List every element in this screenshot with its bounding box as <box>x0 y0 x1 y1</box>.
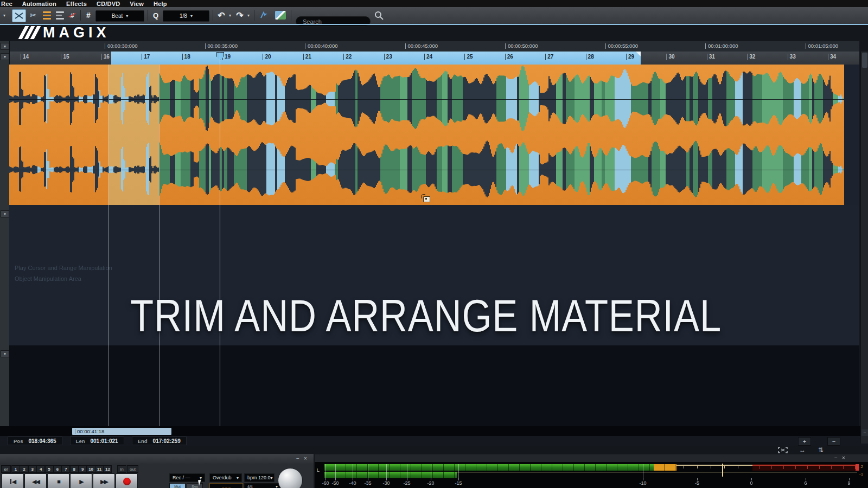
object-list-button[interactable] <box>41 9 52 21</box>
close-icon[interactable]: × <box>842 455 845 461</box>
audio-object-waveform[interactable] <box>9 65 844 205</box>
meter-scale-label: 6 <box>804 480 807 486</box>
bar-number: 23 <box>384 54 392 60</box>
panel-collapse-button[interactable]: ▾ <box>1 350 9 357</box>
snap-mode-value: Beat <box>112 13 123 19</box>
track-arm-button-6[interactable]: 6 <box>53 465 62 473</box>
fit-view-button[interactable] <box>775 446 791 454</box>
redo-button[interactable]: ↷ <box>234 9 245 21</box>
h-zoom-button[interactable]: ↔ <box>795 446 809 454</box>
bar-number: 16 <box>101 54 110 60</box>
close-icon[interactable]: × <box>304 456 307 461</box>
search-input[interactable] <box>296 16 371 27</box>
minimize-icon[interactable]: − <box>834 455 838 461</box>
track-arm-button-10[interactable]: 10 <box>87 465 95 473</box>
vscroll-thumb[interactable] <box>862 53 867 68</box>
punch-in-button[interactable]: in <box>117 465 126 473</box>
play-button[interactable]: ▶ <box>70 473 92 488</box>
vertical-scrollbar[interactable]: − <box>860 52 868 444</box>
track-arm-button-9[interactable]: 9 <box>78 465 87 473</box>
rewind-icon: ◀◀ <box>32 478 39 485</box>
peak-value-right: -1 <box>859 472 863 477</box>
object-editor-button[interactable] <box>273 9 288 21</box>
transport-window: − × er 123456789101112 in out ◀ ◀◀ ■ ▶ ▶… <box>0 454 314 488</box>
playhead-line[interactable] <box>220 52 220 444</box>
plus-icon: + <box>803 438 806 445</box>
track-arm-button-2[interactable]: 2 <box>20 465 28 473</box>
meter-scale-label: -20 <box>427 480 434 486</box>
bar-icon <box>10 479 11 484</box>
undo-button[interactable]: ↶ <box>216 9 227 21</box>
cut-tool-button[interactable]: ✂ <box>27 9 39 21</box>
mute-button[interactable]: Mut <box>169 483 186 488</box>
overdub-combo[interactable]: Overdub ▾ <box>209 473 242 482</box>
track-arm-button-7[interactable]: 7 <box>61 465 70 473</box>
menu-help[interactable]: Help <box>154 1 167 7</box>
marker-button-partial[interactable]: er <box>1 465 11 473</box>
track-arm-button-3[interactable]: 3 <box>28 465 37 473</box>
app-window: Rec Automation Effects CD/DVD View Help … <box>0 0 868 488</box>
bar-ruler-options-button[interactable]: ▾ <box>1 53 9 60</box>
track-arm-button-8[interactable]: 8 <box>70 465 79 473</box>
redo-history-caret-icon[interactable]: ▾ <box>246 9 251 21</box>
pos-value: 018:04:365 <box>28 438 56 444</box>
arrange-lower-area[interactable] <box>9 345 859 426</box>
snap-mode-combo[interactable]: Beat ▾ <box>95 10 144 22</box>
tick-icon <box>605 43 606 49</box>
track-collapse-button[interactable]: ▾ <box>1 210 9 217</box>
goto-start-button[interactable]: ◀ <box>2 473 24 488</box>
bar-number: 28 <box>586 54 594 60</box>
bar-ruler[interactable]: 1415161718192021222324252627282930313233… <box>9 52 859 65</box>
time-signature-combo[interactable]: 4/4▾ <box>244 483 281 488</box>
zoom-out-button[interactable]: − <box>827 437 840 446</box>
toolbar-overflow-caret-icon[interactable]: ▾ <box>1 9 8 21</box>
transport-titlebar[interactable]: − × <box>0 455 314 464</box>
timecode-ruler[interactable]: 00:00:30:00000:00:35:00000:00:40:00000:0… <box>9 41 859 52</box>
rewind-button[interactable]: ◀◀ <box>24 473 47 488</box>
menu-view[interactable]: View <box>130 1 144 7</box>
undo-history-caret-icon[interactable]: ▾ <box>227 9 233 21</box>
menu-automation[interactable]: Automation <box>22 1 56 7</box>
track-arm-button-4[interactable]: 4 <box>36 465 45 473</box>
horizontal-scrollbar[interactable]: 00:00:41:18 <box>0 426 868 436</box>
menu-cddvd[interactable]: CD/DVD <box>97 1 120 7</box>
zoom-in-button[interactable]: + <box>798 437 811 446</box>
object-edge-line[interactable] <box>108 65 109 426</box>
record-button[interactable] <box>116 473 138 488</box>
hint-object-area: Object Manipulation Area <box>15 275 81 282</box>
track-list-button[interactable] <box>54 9 65 21</box>
range-selection[interactable] <box>111 52 641 65</box>
minimize-icon[interactable]: − <box>296 456 299 461</box>
bpm-combo[interactable]: bpm 120.0 ▾ <box>244 473 275 482</box>
quantize-value: 1/8 <box>180 13 187 19</box>
track-arm-button-11[interactable]: 11 <box>95 465 104 473</box>
crossfade-mode-button[interactable] <box>12 9 26 22</box>
track-arm-button-5[interactable]: 5 <box>45 465 54 473</box>
tempo-knob[interactable] <box>278 468 303 488</box>
v-zoom-button[interactable]: ⇅ <box>814 446 828 454</box>
vzoom-out-button[interactable]: − <box>861 429 868 436</box>
draw-tool-button[interactable] <box>257 9 270 21</box>
search-button[interactable] <box>373 9 384 21</box>
track-arm-button-1[interactable]: 1 <box>11 465 20 473</box>
menu-effects[interactable]: Effects <box>66 1 87 7</box>
forward-button[interactable]: ▶▶ <box>93 473 115 488</box>
track-arm-button-12[interactable]: 12 <box>103 465 112 473</box>
quantize-value-combo[interactable]: 1/8 ▾ <box>163 10 209 22</box>
meter-titlebar[interactable]: − × <box>315 454 868 462</box>
quantize-button[interactable]: Q <box>151 9 161 21</box>
tick-icon <box>205 43 206 49</box>
arrange-background[interactable] <box>844 65 859 205</box>
ruler-options-button[interactable]: ▾ <box>1 43 9 50</box>
punch-out-button[interactable]: out <box>127 465 138 473</box>
menu-rec[interactable]: Rec <box>1 1 12 7</box>
len-label: Len <box>76 438 85 444</box>
meter-scale-label: -25 <box>403 480 410 486</box>
stop-button[interactable]: ■ <box>47 473 69 488</box>
scroll-thumb[interactable]: 00:00:41:18 <box>72 428 171 435</box>
grid-off-button[interactable]: # <box>66 9 78 21</box>
undo-icon: ↶ <box>218 10 225 21</box>
grid-button[interactable]: # <box>84 9 93 21</box>
gray-bars-icon <box>56 11 64 13</box>
object-edge-line[interactable] <box>159 65 159 426</box>
